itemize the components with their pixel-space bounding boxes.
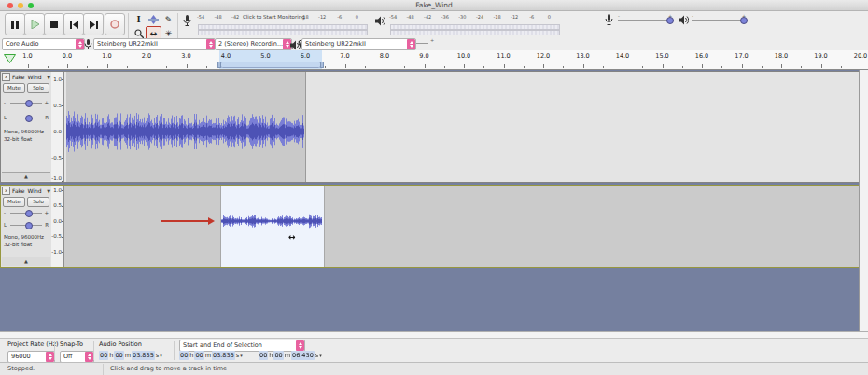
playback-state: Stopped. bbox=[7, 365, 35, 372]
track-2-control-panel: x Fake_Wind ▼ Mute Solo - + L R bbox=[1, 186, 52, 267]
time-format-dropdown-icon[interactable]: ▾ bbox=[160, 353, 162, 358]
audio-position-field[interactable]: 00h 00m 03.835s ▾ bbox=[99, 350, 162, 361]
playback-device-select[interactable]: Steinberg UR22mkII bbox=[301, 38, 416, 50]
ruler-time-label: 10.0 bbox=[457, 52, 470, 60]
meter-scale-label: -36 bbox=[441, 14, 449, 20]
snap-to-dropdown-icon[interactable] bbox=[85, 352, 93, 362]
track-menu-dropdown-icon[interactable]: ▼ bbox=[47, 188, 50, 194]
recording-device-select[interactable]: Steinberg UR22mkII bbox=[93, 38, 216, 50]
skip-to-end-button[interactable] bbox=[83, 13, 104, 35]
ruler-time-label: 6.0 bbox=[301, 52, 310, 60]
vertical-scrollbar[interactable] bbox=[859, 70, 868, 331]
track-close-button[interactable]: x bbox=[2, 73, 10, 81]
audio-host-select[interactable]: Core Audio bbox=[2, 38, 85, 50]
pan-slider-thumb[interactable] bbox=[25, 115, 33, 122]
ruler-time-label: 12.0 bbox=[537, 52, 550, 60]
timeline-ruler[interactable]: 1.00.01.02.03.04.05.06.07.08.09.010.011.… bbox=[0, 50, 868, 70]
audio-clip-selected[interactable] bbox=[220, 186, 325, 267]
meter-scale-label: -48 bbox=[407, 14, 414, 20]
recording-channels-select[interactable]: 2 (Stereo) Recordin... bbox=[215, 38, 292, 50]
ruler-time-label: 7.0 bbox=[340, 52, 349, 60]
recording-meter-bar-right bbox=[198, 30, 368, 35]
ruler-time-label: 20.0 bbox=[854, 52, 867, 60]
record-button[interactable] bbox=[105, 13, 125, 35]
ruler-time-label: 17.0 bbox=[735, 52, 748, 60]
meter-scale-label: -54 bbox=[389, 14, 397, 20]
ruler-time-label: 1.0 bbox=[102, 52, 111, 60]
mute-button[interactable]: Mute bbox=[3, 83, 25, 93]
envelope-tool-button[interactable] bbox=[147, 13, 161, 25]
ruler-selection-handle-right[interactable] bbox=[320, 62, 324, 68]
mixer-mic-icon bbox=[605, 14, 613, 26]
timeline-pin-indicator-icon[interactable] bbox=[4, 54, 16, 63]
recording-device-dropdown-icon[interactable] bbox=[206, 39, 215, 49]
ruler-time-label: 5.0 bbox=[260, 52, 270, 60]
selection-end-field[interactable]: 00h 00m 06.430s ▾ bbox=[259, 350, 322, 361]
pause-button[interactable] bbox=[5, 13, 25, 35]
draw-tool-button[interactable]: ✎ bbox=[161, 13, 175, 25]
ruler-time-label: 4.0 bbox=[221, 52, 231, 60]
meter-scale-label: -18 bbox=[494, 14, 501, 20]
recording-meter[interactable]: -54-48-42-18-12-60 Click to Start Monito… bbox=[196, 13, 370, 35]
vertical-scale-ruler[interactable]: 1.00.50.0-0.5-1.0 bbox=[51, 186, 64, 267]
ruler-time-label: 16.0 bbox=[695, 52, 708, 60]
ruler-time-label: 11.0 bbox=[497, 52, 510, 60]
ruler-time-label: 9.0 bbox=[419, 52, 428, 60]
track-1: x Fake_Wind ▼ Mute Solo - + L R bbox=[0, 71, 860, 183]
track-1-waveform-area[interactable] bbox=[64, 72, 859, 182]
monitor-label[interactable]: Click to Start Monitoring bbox=[243, 14, 305, 20]
track-close-button[interactable]: x bbox=[2, 187, 10, 195]
pan-slider[interactable]: L R bbox=[4, 114, 49, 122]
track-collapse-button[interactable]: ▲ bbox=[2, 172, 50, 181]
meter-scale-label: 0 bbox=[356, 14, 358, 20]
meter-scale-label: -54 bbox=[197, 14, 204, 20]
stop-button[interactable] bbox=[44, 13, 64, 35]
skip-to-start-button[interactable] bbox=[63, 13, 84, 35]
playback-meter[interactable]: -54-48-42-36-30-24-18-12-60 bbox=[388, 13, 562, 35]
gain-slider-thumb[interactable] bbox=[25, 100, 33, 107]
ruler-time-label: 8.0 bbox=[380, 52, 389, 60]
audio-clip[interactable] bbox=[66, 72, 306, 182]
toolbar-area: I ✎ ↔ ✳ -54-48-42-18-12-60 Click to Star… bbox=[0, 11, 868, 51]
pan-slider-thumb[interactable] bbox=[25, 222, 33, 229]
ruler-selection-scrub-bar[interactable] bbox=[219, 62, 322, 68]
envelope-tool-icon bbox=[148, 15, 159, 24]
track-collapse-button[interactable]: ▲ bbox=[2, 257, 50, 266]
playback-device-dropdown-icon[interactable] bbox=[407, 39, 415, 49]
audio-host-dropdown-icon[interactable] bbox=[76, 39, 84, 49]
record-meter-mic-icon bbox=[183, 15, 191, 27]
mute-button[interactable]: Mute bbox=[3, 197, 25, 207]
meter-scale-label: -42 bbox=[231, 14, 239, 20]
project-rate-dropdown-icon[interactable] bbox=[46, 352, 54, 362]
selection-start-field[interactable]: 00h 00m 03.835s ▾ bbox=[179, 350, 243, 361]
ruler-time-label: 18.0 bbox=[775, 52, 788, 60]
gain-slider-thumb[interactable] bbox=[25, 210, 33, 217]
ruler-time-label: 0.0 bbox=[63, 52, 72, 60]
play-button[interactable] bbox=[24, 13, 45, 35]
ruler-selection-handle-left[interactable] bbox=[217, 62, 221, 68]
ruler-time-label: 14.0 bbox=[616, 52, 629, 60]
track-menu-dropdown-icon[interactable]: ▼ bbox=[47, 75, 50, 80]
track-format-info: Mono, 96000Hz bbox=[4, 234, 44, 240]
meter-scale-label: -6 bbox=[529, 14, 534, 20]
gain-slider[interactable]: - + bbox=[4, 209, 49, 217]
playback-device-value: Steinberg UR22mkII bbox=[305, 40, 366, 48]
gain-slider[interactable]: - + bbox=[4, 99, 49, 107]
meter-scale-label: 0 bbox=[548, 14, 551, 20]
meter-scale-label: -42 bbox=[424, 14, 431, 20]
meter-scale-label: -12 bbox=[511, 14, 518, 20]
track-1-control-panel: x Fake_Wind ▼ Mute Solo - + L R bbox=[1, 72, 52, 182]
track-title[interactable]: Fake_Wind bbox=[12, 188, 45, 194]
meter-scale-label: -12 bbox=[318, 14, 326, 20]
solo-button[interactable]: Solo bbox=[27, 197, 49, 207]
vertical-scale-ruler[interactable]: 1.00.50.0-0.5-1.0 bbox=[51, 72, 64, 182]
pan-slider[interactable]: L R bbox=[4, 221, 49, 229]
recording-channels-value: 2 (Stereo) Recordin... bbox=[218, 40, 283, 48]
track-title[interactable]: Fake_Wind bbox=[12, 74, 45, 80]
time-format-dropdown-icon[interactable]: ▾ bbox=[240, 353, 243, 358]
selection-tool-button[interactable]: I bbox=[132, 13, 146, 25]
track-2-waveform-area[interactable]: ↔ bbox=[64, 186, 859, 267]
time-format-dropdown-icon[interactable]: ▾ bbox=[319, 353, 322, 358]
solo-button[interactable]: Solo bbox=[27, 83, 49, 93]
playback-meter-speaker-icon bbox=[375, 16, 385, 26]
